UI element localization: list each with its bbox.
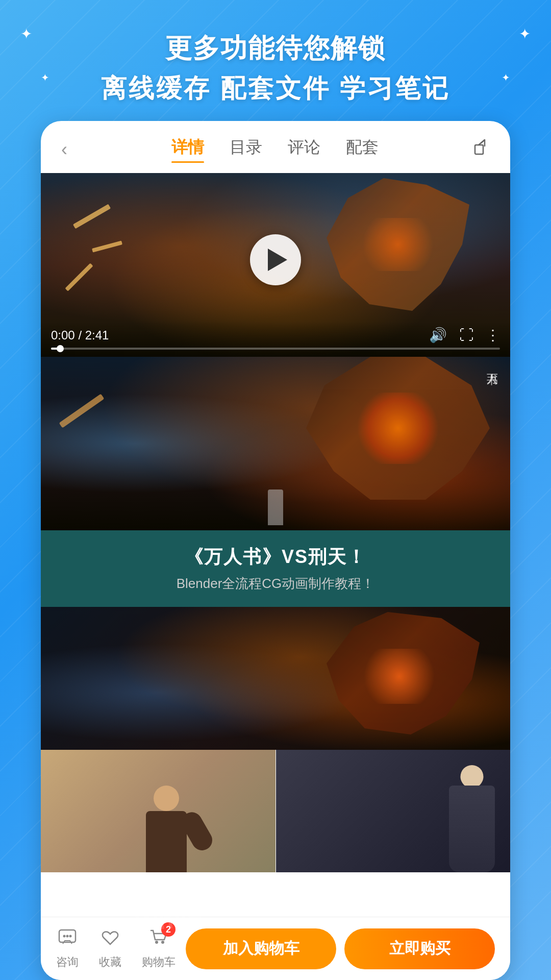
tab-files[interactable]: 配套 — [346, 136, 379, 163]
page-wrapper: ✦ ✦ ✦ ✦ 更多功能待您解锁 离线缓存 配套文件 学习笔记 ‹ 详情 目录 … — [0, 0, 551, 980]
buy-now-button[interactable]: 立即购买 — [344, 928, 495, 969]
volume-icon[interactable]: 🔊 — [429, 327, 447, 344]
share-button[interactable] — [472, 139, 490, 160]
star-ml-icon: ✦ — [41, 71, 49, 84]
course-banner: 万人书 《万人书》VS刑天！ Blender全流程CG动画制作教程！ — [41, 357, 510, 872]
phone-card: ‹ 详情 目录 评论 配套 — [41, 121, 510, 980]
person-body — [146, 811, 187, 872]
tab-detail[interactable]: 详情 — [171, 136, 204, 163]
char-cloak — [449, 786, 495, 872]
character-panel-right — [276, 750, 511, 872]
fullscreen-icon[interactable]: ⛶ — [459, 327, 473, 344]
tab-catalog[interactable]: 目录 — [230, 136, 262, 163]
flying-obj-2 — [92, 240, 122, 252]
add-to-cart-button[interactable]: 加入购物车 — [186, 928, 336, 969]
star-mr-icon: ✦ — [502, 71, 510, 84]
person-head — [154, 786, 179, 811]
favorite-label: 收藏 — [99, 954, 121, 970]
cart-label: 购物车 — [142, 954, 176, 970]
video-progress-dot[interactable] — [57, 345, 64, 352]
battle-monster — [327, 612, 480, 734]
char-head-right — [461, 765, 484, 788]
svg-point-3 — [63, 935, 66, 938]
svg-rect-0 — [475, 145, 483, 154]
monster-shape — [327, 178, 469, 311]
favorite-icon — [101, 927, 120, 951]
video-control-icons: 🔊 ⛶ ⋮ — [429, 327, 500, 344]
consult-item[interactable]: 咨询 — [56, 927, 79, 970]
flying-obj-1 — [73, 204, 111, 229]
banner-figure — [268, 489, 283, 525]
header-title: 更多功能待您解锁 — [101, 31, 450, 66]
banner-scene — [41, 357, 510, 530]
person-left — [146, 786, 187, 872]
nav-bar: ‹ 详情 目录 评论 配套 — [41, 121, 510, 173]
video-player[interactable]: 0:00 / 2:41 🔊 ⛶ ⋮ — [41, 173, 510, 357]
cart-item[interactable]: 2 购物车 — [142, 927, 176, 970]
content-area[interactable]: 万人书 《万人书》VS刑天！ Blender全流程CG动画制作教程！ — [41, 357, 510, 917]
consult-label: 咨询 — [56, 954, 79, 970]
more-icon[interactable]: ⋮ — [486, 327, 500, 344]
tab-review[interactable]: 评论 — [288, 136, 320, 163]
banner-flying-3 — [59, 394, 105, 428]
flying-obj-3 — [65, 263, 93, 291]
cart-icon: 2 — [149, 927, 168, 951]
play-button[interactable] — [250, 234, 301, 285]
favorite-item[interactable]: 收藏 — [99, 927, 121, 970]
svg-line-1 — [479, 140, 485, 145]
banner-image: 万人书 — [41, 357, 510, 530]
bottom-bar: 咨询 收藏 — [41, 917, 510, 980]
bottom-icons: 咨询 收藏 — [56, 927, 176, 970]
video-controls: 0:00 / 2:41 🔊 ⛶ ⋮ — [41, 322, 510, 357]
play-icon — [268, 249, 287, 271]
nav-tabs: 详情 目录 评论 配套 — [78, 136, 472, 163]
course-title: 《万人书》VS刑天！ — [56, 545, 495, 570]
video-time-row: 0:00 / 2:41 🔊 ⛶ ⋮ — [51, 327, 500, 344]
back-button[interactable]: ‹ — [61, 139, 67, 160]
video-progress-bar[interactable] — [51, 348, 500, 350]
banner-monster — [306, 357, 490, 500]
character-panel-left — [41, 750, 276, 872]
video-time-display: 0:00 / 2:41 — [51, 328, 109, 342]
header-area: 更多功能待您解锁 离线缓存 配套文件 学习笔记 — [81, 0, 470, 121]
svg-point-7 — [161, 941, 164, 944]
bottom-buttons: 加入购物车 立即购买 — [186, 928, 495, 969]
svg-point-4 — [66, 935, 69, 938]
consult-icon — [58, 927, 77, 951]
header-subtitle: 离线缓存 配套文件 学习笔记 — [101, 71, 450, 106]
characters-row — [41, 750, 510, 872]
course-subtitle: Blender全流程CG动画制作教程！ — [56, 575, 495, 593]
svg-point-6 — [155, 941, 158, 944]
svg-point-5 — [69, 935, 72, 938]
star-tr-icon: ✦ — [519, 26, 531, 42]
star-tl-icon: ✦ — [20, 26, 32, 42]
person-right-char — [449, 786, 495, 872]
battle-image — [41, 607, 510, 750]
title-section: 《万人书》VS刑天！ Blender全流程CG动画制作教程！ — [41, 530, 510, 607]
cart-badge: 2 — [161, 922, 176, 937]
